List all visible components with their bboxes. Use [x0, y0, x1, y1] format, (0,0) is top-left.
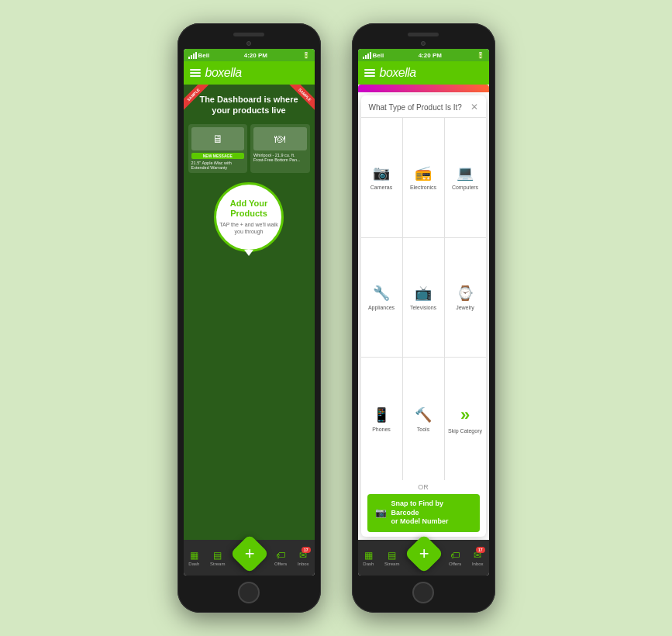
category-cameras[interactable]: Cameras: [361, 118, 402, 237]
jewelry-label: Jewelry: [456, 305, 474, 310]
signal-bar-2-1: [363, 57, 364, 59]
nav-offers-1[interactable]: Offers: [274, 550, 287, 566]
inbox-badge-1: 17: [302, 547, 311, 553]
category-phones[interactable]: Phones: [361, 358, 402, 480]
tools-icon: [415, 406, 432, 423]
nav-offers-2[interactable]: Offers: [449, 550, 461, 566]
category-skip[interactable]: Skip Category: [445, 358, 486, 480]
phone-1-screen: Bell 4:20 PM 🔋 boxella SAMPLE SAMPLE The…: [184, 49, 315, 576]
battery-1: 🔋: [302, 52, 310, 59]
home-button-1[interactable]: [238, 582, 260, 603]
inbox-badge-2: 17: [476, 547, 485, 553]
menu-line: [190, 72, 201, 74]
product-card-img-2: 🍽: [253, 127, 307, 150]
televisions-label: Televisions: [410, 305, 436, 310]
bottom-nav-2: Dash Stream Offers Inbox 17: [358, 540, 489, 576]
electronics-icon: [415, 164, 432, 181]
status-right-2: 🔋: [477, 52, 484, 59]
app-logo-1: boxella: [205, 66, 242, 80]
signal-bar-2-3: [367, 54, 369, 59]
category-grid: Cameras Electronics Computers Appliances: [361, 118, 486, 480]
computers-label: Computers: [452, 185, 478, 190]
dash-icon-2: [364, 550, 373, 561]
carrier-1: Bell: [198, 52, 210, 59]
stream-label-1: Stream: [210, 562, 225, 566]
hamburger-menu-icon-1[interactable]: [190, 69, 201, 77]
snap-text: Snap to Find by Barcode or Model Number: [391, 499, 472, 527]
nav-stream-1[interactable]: Stream: [210, 550, 225, 566]
time-2: 4:20 PM: [419, 52, 442, 59]
inbox-label-1: Inbox: [298, 562, 309, 566]
cameras-label: Cameras: [370, 185, 392, 190]
signal-bar-1: [188, 57, 190, 59]
category-tools[interactable]: Tools: [403, 358, 444, 480]
nav-plus-button-2[interactable]: [405, 534, 444, 574]
category-appliances[interactable]: Appliances: [361, 238, 402, 358]
category-electronics[interactable]: Electronics: [403, 118, 444, 237]
snap-text-line2: or Model Number: [391, 517, 472, 527]
snap-camera-icon: 📷: [375, 507, 387, 518]
inbox-label-2: Inbox: [472, 562, 484, 566]
nav-stream-2[interactable]: Stream: [384, 550, 399, 566]
top-strip-background: [358, 85, 489, 92]
battery-2: 🔋: [477, 52, 484, 59]
menu-line-2: [364, 69, 375, 71]
offers-label-2: Offers: [449, 562, 461, 566]
phones-label: Phones: [372, 427, 391, 432]
phones-icon: [373, 406, 390, 423]
home-button-2[interactable]: [412, 582, 434, 603]
app-header-1: boxella: [184, 61, 315, 85]
snap-text-line1: Snap to Find by Barcode: [391, 499, 472, 517]
stream-icon-2: [388, 550, 396, 561]
app-header-2: boxella: [358, 61, 489, 85]
nav-inbox-2[interactable]: Inbox 17: [472, 550, 484, 566]
or-divider: OR: [361, 480, 486, 494]
modal-title: What Type of Product Is It?: [369, 103, 462, 112]
modal-header: What Type of Product Is It? ✕: [361, 95, 486, 118]
product-card-2[interactable]: 🍽 Whirlpool - 21.9 cu. ft. Frost-Free Bo…: [250, 124, 310, 173]
status-right-1: 🔋: [302, 52, 310, 59]
signal-bars-2: [363, 52, 371, 59]
category-jewelry[interactable]: Jewelry: [445, 238, 486, 358]
skip-label: Skip Category: [448, 428, 482, 434]
signal-bar-4: [195, 52, 197, 59]
offers-icon-2: [450, 550, 460, 561]
dash-label-1: Dash: [188, 562, 199, 566]
phone-speaker-2: [408, 33, 439, 36]
dashboard-content: SAMPLE SAMPLE The Dashboard is where you…: [184, 85, 315, 540]
category-televisions[interactable]: Televisions: [403, 238, 444, 358]
nav-inbox-1[interactable]: Inbox 17: [298, 550, 309, 566]
product-card-img-1: 🖥: [191, 127, 245, 150]
snap-find-button[interactable]: 📷 Snap to Find by Barcode or Model Numbe…: [367, 494, 480, 532]
carrier-2: Bell: [373, 52, 384, 59]
hamburger-menu-icon-2[interactable]: [364, 69, 375, 77]
computers-icon: [457, 164, 474, 181]
skip-icon: [460, 405, 470, 425]
add-products-title: Add Your Products: [216, 199, 281, 219]
dash-icon-1: [190, 550, 198, 561]
product-type-modal: What Type of Product Is It? ✕ Cameras El…: [361, 95, 486, 537]
signal-bar-2-4: [370, 52, 371, 59]
status-left-2: Bell: [363, 52, 384, 59]
stream-icon-1: [213, 550, 222, 561]
nav-dash-2[interactable]: Dash: [363, 550, 374, 566]
nav-plus-button-1[interactable]: [230, 534, 270, 574]
nav-dash-1[interactable]: Dash: [188, 550, 199, 566]
offers-label-1: Offers: [274, 562, 287, 566]
phone-1: Bell 4:20 PM 🔋 boxella SAMPLE SAMPLE The…: [177, 23, 321, 613]
modal-close-button[interactable]: ✕: [470, 102, 478, 112]
product-card-1[interactable]: 🖥 NEW MESSAGE 21.5" Apple iMac with Exte…: [188, 124, 248, 173]
add-products-circle[interactable]: Add Your Products TAP the + and we'll wa…: [214, 182, 284, 252]
menu-line: [190, 75, 201, 77]
bottom-nav-1: Dash Stream Offers Inbox 17: [184, 540, 315, 576]
product-card-title-1: 21.5" Apple iMac with Extended Warranty: [191, 161, 245, 170]
menu-line-2: [364, 75, 375, 77]
status-bar-1: Bell 4:20 PM 🔋: [184, 49, 315, 61]
menu-line-2: [364, 72, 375, 74]
phone-speaker: [233, 33, 264, 36]
category-computers[interactable]: Computers: [445, 118, 486, 237]
jewelry-icon: [457, 285, 474, 302]
menu-line: [190, 69, 201, 71]
phone-camera-lens-2: [421, 41, 426, 46]
product-card-title-2: Whirlpool - 21.9 cu. ft. Frost-Free Bott…: [253, 153, 307, 162]
